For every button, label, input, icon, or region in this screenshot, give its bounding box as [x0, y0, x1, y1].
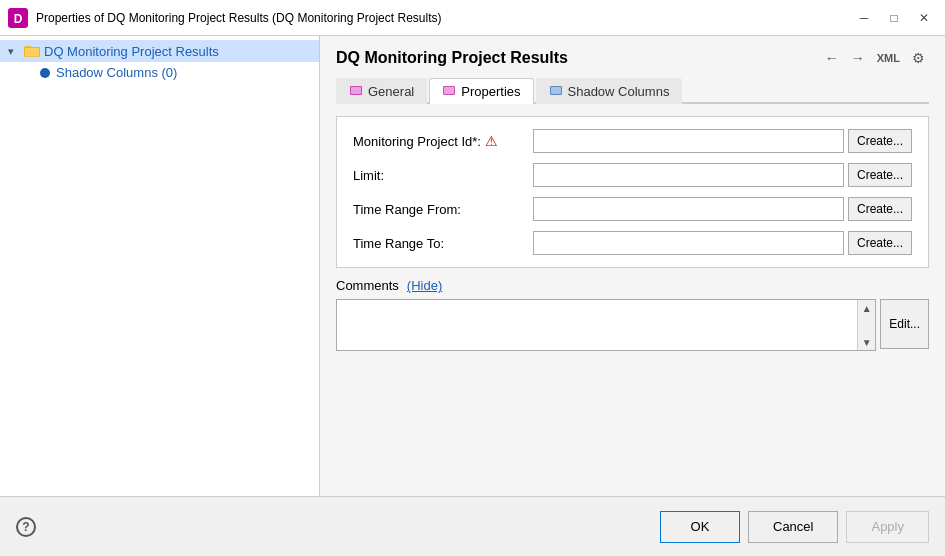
- tab-shadow-columns[interactable]: Shadow Columns: [536, 78, 683, 104]
- monitoring-id-label: Monitoring Project Id*: ⚠: [353, 133, 533, 149]
- tab-shadow-columns-label: Shadow Columns: [568, 84, 670, 99]
- ok-button[interactable]: OK: [660, 511, 740, 543]
- edit-comments-button[interactable]: Edit...: [880, 299, 929, 349]
- apply-button[interactable]: Apply: [846, 511, 929, 543]
- tree-shadow-columns-item[interactable]: Shadow Columns (0): [0, 62, 319, 83]
- minimize-button[interactable]: ─: [851, 8, 877, 28]
- comments-input-row: ▲ ▼ Edit...: [336, 299, 929, 351]
- required-icon: ⚠: [485, 133, 498, 149]
- tree-panel: ▾ DQ Monitoring Project Results Shadow C…: [0, 36, 320, 496]
- comments-scrollbar: ▲ ▼: [857, 300, 875, 350]
- bottom-buttons: OK Cancel Apply: [660, 511, 929, 543]
- form-row-time-to: Time Range To: Create...: [353, 231, 912, 255]
- tab-properties-label: Properties: [461, 84, 520, 99]
- folder-icon: [24, 43, 40, 59]
- time-to-input[interactable]: [533, 231, 844, 255]
- tab-general-label: General: [368, 84, 414, 99]
- svg-text:D: D: [14, 12, 23, 26]
- scroll-down-button[interactable]: ▼: [858, 334, 875, 350]
- close-button[interactable]: ✕: [911, 8, 937, 28]
- form-row-monitoring-id: Monitoring Project Id*: ⚠ Create...: [353, 129, 912, 153]
- props-header: DQ Monitoring Project Results ← → XML ⚙: [336, 48, 929, 68]
- time-from-input[interactable]: [533, 197, 844, 221]
- create-time-from-button[interactable]: Create...: [848, 197, 912, 221]
- expand-icon: ▾: [8, 45, 20, 58]
- window-controls: ─ □ ✕: [851, 8, 937, 28]
- tab-properties[interactable]: Properties: [429, 78, 533, 104]
- shadow-tab-icon: [549, 85, 563, 99]
- back-button[interactable]: ←: [821, 48, 843, 68]
- form-row-time-from: Time Range From: Create...: [353, 197, 912, 221]
- form-area: Monitoring Project Id*: ⚠ Create... Limi…: [336, 116, 929, 268]
- svg-rect-9: [444, 87, 454, 94]
- form-row-limit: Limit: Create...: [353, 163, 912, 187]
- scroll-track: [858, 316, 875, 334]
- xml-button[interactable]: XML: [873, 50, 904, 66]
- forward-button[interactable]: →: [847, 48, 869, 68]
- tree-child-label: Shadow Columns (0): [56, 65, 177, 80]
- help-icon[interactable]: ?: [16, 517, 36, 537]
- comments-textarea-wrap: ▲ ▼: [336, 299, 876, 351]
- tree-root-item[interactable]: ▾ DQ Monitoring Project Results: [0, 40, 319, 62]
- limit-label: Limit:: [353, 168, 533, 183]
- general-tab-icon: [349, 85, 363, 99]
- tabs-bar: General Properties Shadow Columns: [336, 78, 929, 104]
- maximize-button[interactable]: □: [881, 8, 907, 28]
- create-monitoring-id-button[interactable]: Create...: [848, 129, 912, 153]
- props-header-icons: ← → XML ⚙: [821, 48, 929, 68]
- dot-icon: [40, 68, 50, 78]
- time-to-label: Time Range To:: [353, 236, 533, 251]
- comments-label: Comments: [336, 278, 399, 293]
- svg-rect-7: [351, 87, 361, 94]
- titlebar-title: Properties of DQ Monitoring Project Resu…: [36, 11, 851, 25]
- svg-rect-5: [25, 48, 39, 56]
- scroll-up-button[interactable]: ▲: [858, 300, 875, 316]
- tree-root-label: DQ Monitoring Project Results: [44, 44, 219, 59]
- comments-hide-link[interactable]: (Hide): [407, 278, 442, 293]
- svg-rect-11: [551, 87, 561, 94]
- limit-input[interactable]: [533, 163, 844, 187]
- monitoring-id-input[interactable]: [533, 129, 844, 153]
- time-from-label: Time Range From:: [353, 202, 533, 217]
- props-title: DQ Monitoring Project Results: [336, 49, 821, 67]
- cancel-button[interactable]: Cancel: [748, 511, 838, 543]
- comments-header: Comments (Hide): [336, 278, 929, 293]
- create-limit-button[interactable]: Create...: [848, 163, 912, 187]
- create-time-to-button[interactable]: Create...: [848, 231, 912, 255]
- comments-textarea[interactable]: [337, 300, 857, 350]
- properties-tab-icon: [442, 85, 456, 99]
- titlebar: D Properties of DQ Monitoring Project Re…: [0, 0, 945, 36]
- tab-general[interactable]: General: [336, 78, 427, 104]
- properties-panel: DQ Monitoring Project Results ← → XML ⚙ …: [320, 36, 945, 496]
- comments-section: Comments (Hide) ▲ ▼ Edit...: [336, 278, 929, 351]
- app-icon: D: [8, 8, 28, 28]
- bottom-bar: ? OK Cancel Apply: [0, 496, 945, 556]
- main-content: ▾ DQ Monitoring Project Results Shadow C…: [0, 36, 945, 496]
- settings-icon-button[interactable]: ⚙: [908, 48, 929, 68]
